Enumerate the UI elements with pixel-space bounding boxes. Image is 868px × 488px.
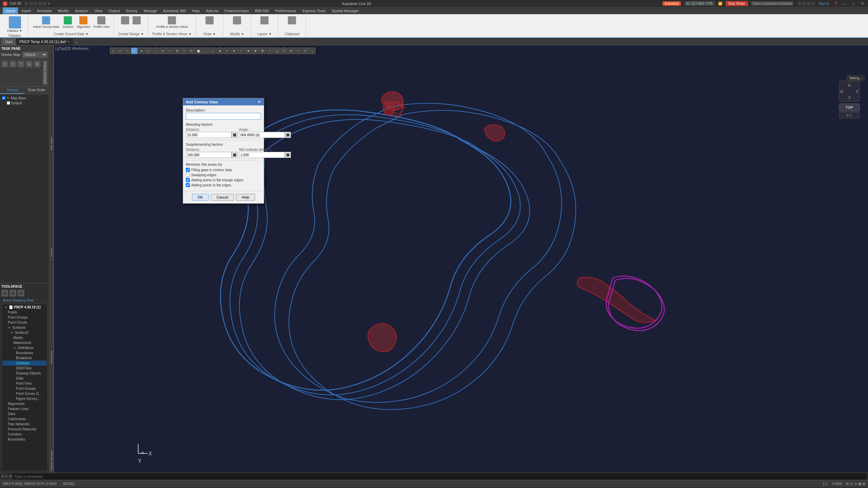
draw-toolbar-btn-16[interactable]: ⊠ bbox=[216, 47, 223, 54]
draw-toolbar-btn-4[interactable]: ● bbox=[131, 47, 138, 54]
task-tab-groups[interactable]: Groups bbox=[0, 87, 24, 94]
toolspace-icon3[interactable]: ⬛ bbox=[18, 290, 24, 297]
task-data-icon[interactable]: D bbox=[1, 61, 8, 67]
tree-item-map-base[interactable]: ▼ Map Base bbox=[0, 96, 49, 101]
ribbon-tab-addins[interactable]: Add-ins bbox=[203, 7, 221, 14]
file-tab-start[interactable]: Start bbox=[1, 38, 16, 45]
draw-toolbar-btn-2[interactable]: ↩ bbox=[117, 47, 123, 54]
ts-corridors[interactable]: Corridors bbox=[2, 432, 46, 437]
task-tab-draw-order[interactable]: Draw Order bbox=[24, 87, 49, 94]
ribbon-tab-annotate[interactable]: Annotate bbox=[34, 7, 55, 14]
canvas-area[interactable]: [-][Top][3D Wireframe] ◁ ↩ ↪ ● ⊕ ▢ ○ ⊡ ∝… bbox=[54, 45, 868, 472]
surface-btn[interactable]: Surface bbox=[61, 16, 75, 29]
draw-toolbar-btn-10[interactable]: ⊞ bbox=[174, 47, 180, 54]
create-design-btn1[interactable] bbox=[120, 16, 131, 26]
draw-toolbar-btn-11[interactable]: ⬡ bbox=[181, 47, 188, 54]
task-tools-icon[interactable]: ⚙ bbox=[26, 61, 33, 67]
weeding-angle-input[interactable] bbox=[239, 132, 285, 138]
sidebar-strip-map-styles[interactable]: Map Styles bbox=[49, 45, 54, 152]
sidebar-strip-draw-bank[interactable]: Draw Bank bbox=[49, 259, 54, 366]
ts-point-clouds[interactable]: Point Clouds bbox=[2, 320, 46, 325]
palettes-button[interactable]: Palettes ▼ bbox=[6, 16, 24, 33]
alignment-btn[interactable]: Alignment bbox=[75, 16, 92, 29]
ribbon-tab-bim500[interactable]: BIM 500 bbox=[252, 7, 272, 14]
weeding-distance-input[interactable] bbox=[186, 132, 232, 138]
profile-btn[interactable]: Profile View bbox=[92, 16, 111, 29]
ts-point-groups2[interactable]: Point Groups bbox=[2, 386, 46, 391]
draw-btn[interactable] bbox=[204, 16, 215, 26]
draw-toolbar-btn-17[interactable]: ≡ bbox=[223, 47, 230, 54]
checkbox-swapping-edges[interactable] bbox=[186, 173, 190, 177]
ts-pipe-networks[interactable]: Pipe Networks bbox=[2, 422, 46, 427]
ts-point-survey-q[interactable]: Point Survey Q... bbox=[2, 391, 46, 396]
maximize-button[interactable]: □ bbox=[851, 2, 856, 6]
task-maps-icon[interactable]: M bbox=[34, 61, 41, 67]
sidebar-strip-survey[interactable]: Survey bbox=[49, 152, 54, 259]
modify-btn[interactable] bbox=[232, 16, 242, 26]
draw-toolbar-btn-27[interactable]: ? bbox=[295, 47, 301, 54]
checkbox-filling-gaps[interactable] bbox=[186, 168, 190, 172]
ribbon-tab-help[interactable]: Help bbox=[189, 7, 202, 14]
weeding-angle-pick-btn[interactable]: ⬛ bbox=[285, 132, 291, 138]
dialog-cancel-button[interactable]: Cancel bbox=[211, 194, 234, 201]
draw-toolbar-btn-24[interactable]: ❏ bbox=[273, 47, 280, 54]
ribbon-tab-featured[interactable]: Featured Apps bbox=[222, 7, 252, 14]
mid-ordinate-input[interactable] bbox=[239, 152, 285, 158]
ts-point-groups[interactable]: Point Groups bbox=[2, 315, 46, 320]
map-base-checkbox[interactable] bbox=[2, 96, 5, 100]
ts-edits[interactable]: Edits bbox=[2, 376, 46, 381]
draw-toolbar-btn-8[interactable]: ⊡ bbox=[159, 47, 166, 54]
dialog-help-button[interactable]: Help bbox=[236, 194, 255, 201]
ribbon-tab-manage[interactable]: Manage bbox=[141, 7, 160, 14]
task-table-icon[interactable]: T bbox=[18, 61, 24, 67]
ts-definitions[interactable]: ▼ Definitions bbox=[2, 345, 46, 350]
draw-toolbar-btn-12[interactable]: ⊟ bbox=[188, 47, 195, 54]
ribbon-tab-home[interactable]: Home bbox=[3, 7, 18, 14]
draw-toolbar-btn-29[interactable]: ⌁ bbox=[309, 47, 316, 54]
task-style-icon[interactable]: S bbox=[9, 61, 16, 67]
ts-pressure-networks[interactable]: Pressure Networks bbox=[2, 427, 46, 432]
draw-toolbar-btn-14[interactable]: ⬦ bbox=[202, 47, 209, 54]
draw-toolbar-btn-26[interactable]: ⚙ bbox=[288, 47, 294, 54]
status-icon-1[interactable]: ⊞ bbox=[846, 482, 849, 486]
draw-toolbar-btn-28[interactable]: ⊙ bbox=[302, 47, 309, 54]
description-input[interactable] bbox=[186, 113, 261, 120]
draw-toolbar-btn-20[interactable]: ✚ bbox=[245, 47, 252, 54]
draw-toolbar-btn-9[interactable]: ∝ bbox=[166, 47, 173, 54]
ts-assemblies[interactable]: Assemblies bbox=[2, 437, 46, 442]
ribbon-tab-modify[interactable]: Modify bbox=[55, 7, 72, 14]
weeding-distance-pick-btn[interactable]: ⬛ bbox=[232, 132, 238, 138]
mid-ordinate-pick-btn[interactable]: ⬛ bbox=[285, 152, 291, 158]
ts-watersheds[interactable]: Watersheds bbox=[2, 340, 46, 345]
draw-toolbar-btn-5[interactable]: ⊕ bbox=[138, 47, 145, 54]
import-survey-btn[interactable]: Import Survey Data bbox=[32, 16, 61, 29]
help-icon[interactable]: ❓ bbox=[834, 2, 838, 5]
command-input[interactable] bbox=[13, 473, 867, 480]
ribbon-tab-performance[interactable]: Performance bbox=[272, 7, 299, 14]
ribbon-tab-express[interactable]: Express Tools bbox=[300, 7, 328, 14]
status-icon-3[interactable]: ⊡ bbox=[854, 482, 857, 486]
draw-toolbar-btn-1[interactable]: ◁ bbox=[110, 47, 116, 54]
dialog-add-contour[interactable]: Add Contour Data ✕ Description: Weeding … bbox=[183, 98, 264, 204]
sidebar-strip-display-manager[interactable]: Display Manager bbox=[49, 366, 54, 472]
close-button[interactable]: ✕ bbox=[860, 1, 865, 6]
ribbon-tab-output[interactable]: Output bbox=[106, 7, 122, 14]
ts-masks[interactable]: Masks bbox=[2, 335, 46, 340]
file-tab-main[interactable]: PNCP Temp 4.30.19 (1).dwf ✕ bbox=[16, 38, 73, 45]
display-map-select[interactable]: Default bbox=[22, 52, 47, 58]
status-icon-2[interactable]: ⊟ bbox=[850, 482, 853, 486]
status-icon-4[interactable]: ▦ bbox=[858, 482, 861, 486]
ts-boundaries[interactable]: Boundaries bbox=[2, 350, 46, 355]
supp-distance-input[interactable] bbox=[186, 152, 232, 158]
draw-toolbar-btn-21[interactable]: ✖ bbox=[252, 47, 259, 54]
ts-point-files[interactable]: Point Files bbox=[2, 381, 46, 386]
toolspace-tree-root[interactable]: ▼ 📄 PNCP 4.30.19 (1) bbox=[2, 305, 46, 310]
clipboard-btn[interactable] bbox=[287, 16, 297, 26]
ts-drawing-objects[interactable]: Drawing Objects bbox=[2, 371, 46, 376]
supp-distance-pick-btn[interactable]: ⬛ bbox=[232, 152, 238, 158]
ts-sites[interactable]: Sites bbox=[2, 411, 46, 416]
ts-alignments[interactable]: Alignments bbox=[2, 401, 46, 406]
draw-toolbar-btn-3[interactable]: ↪ bbox=[124, 47, 131, 54]
file-tab-add-btn[interactable]: + bbox=[73, 40, 80, 45]
draw-toolbar-btn-7[interactable]: ○ bbox=[152, 47, 159, 54]
